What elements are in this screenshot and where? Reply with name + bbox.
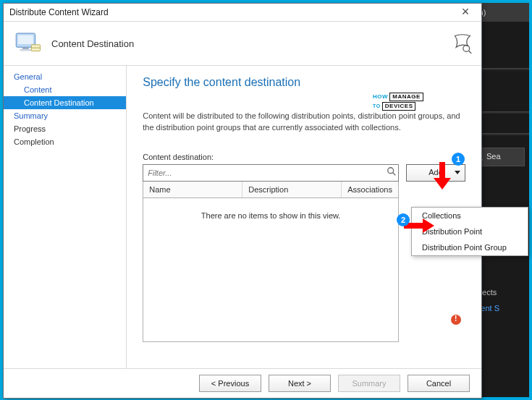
- previous-button[interactable]: < Previous: [199, 375, 261, 392]
- svg-marker-13: [434, 178, 451, 190]
- column-associations[interactable]: Associations: [342, 182, 398, 197]
- annotation-callout-2: 2: [397, 213, 410, 226]
- next-button[interactable]: Next >: [269, 375, 331, 392]
- menu-item-distribution-point-group[interactable]: Distribution Point Group: [412, 239, 528, 255]
- destination-table-body: There are no items to show in this view.: [143, 198, 399, 342]
- empty-list-text: There are no items to show in this view.: [201, 211, 341, 341]
- summary-button: Summary: [338, 375, 400, 392]
- header-title: Content Destination: [51, 38, 134, 49]
- svg-point-8: [463, 46, 470, 52]
- annotation-callout-1: 1: [452, 153, 465, 166]
- search-icon[interactable]: [385, 166, 398, 179]
- help-ribbon-icon[interactable]: [452, 33, 473, 54]
- chevron-down-icon: [455, 171, 460, 174]
- distribute-content-wizard: Distribute Content Wizard × Content Dest…: [3, 3, 482, 399]
- nav-step-general[interactable]: General: [4, 70, 126, 83]
- cancel-button[interactable]: Cancel: [408, 375, 470, 392]
- dialog-titlebar: Distribute Content Wizard ×: [4, 4, 481, 22]
- nav-step-content[interactable]: Content: [4, 83, 126, 96]
- validation-error-icon: [451, 315, 461, 325]
- pane-heading: Specify the content destination: [143, 76, 465, 89]
- annotation-arrow-1: [432, 161, 452, 191]
- svg-rect-3: [18, 35, 33, 44]
- content-destination-label: Content destination:: [143, 153, 465, 161]
- nav-step-progress: Progress: [4, 122, 126, 135]
- destination-table-header: Name Description Associations: [143, 182, 399, 198]
- svg-rect-5: [20, 49, 32, 51]
- close-button[interactable]: ×: [452, 4, 478, 21]
- svg-line-11: [393, 173, 396, 176]
- wizard-steps-nav: General Content Content Destination Summ…: [4, 66, 127, 370]
- dialog-title: Distribute Content Wizard: [9, 7, 109, 17]
- nav-step-summary[interactable]: Summary: [4, 109, 126, 122]
- nav-step-content-destination[interactable]: Content Destination: [4, 96, 126, 109]
- svg-point-10: [388, 168, 394, 174]
- svg-line-9: [469, 51, 472, 54]
- filter-box: [143, 164, 399, 182]
- wizard-footer: < Previous Next > Summary Cancel: [4, 368, 481, 398]
- pane-description: Content will be distributed to the follo…: [143, 111, 465, 134]
- watermark-logo: HOW MANAGE TO DEVICES: [373, 93, 438, 111]
- column-name[interactable]: Name: [143, 182, 242, 197]
- svg-rect-4: [22, 47, 29, 49]
- content-monitor-icon: [12, 28, 43, 59]
- dialog-header: Content Destination: [4, 22, 481, 66]
- svg-marker-15: [423, 218, 434, 233]
- filter-input[interactable]: [143, 165, 385, 181]
- column-description[interactable]: Description: [242, 182, 342, 197]
- nav-step-completion: Completion: [4, 135, 126, 148]
